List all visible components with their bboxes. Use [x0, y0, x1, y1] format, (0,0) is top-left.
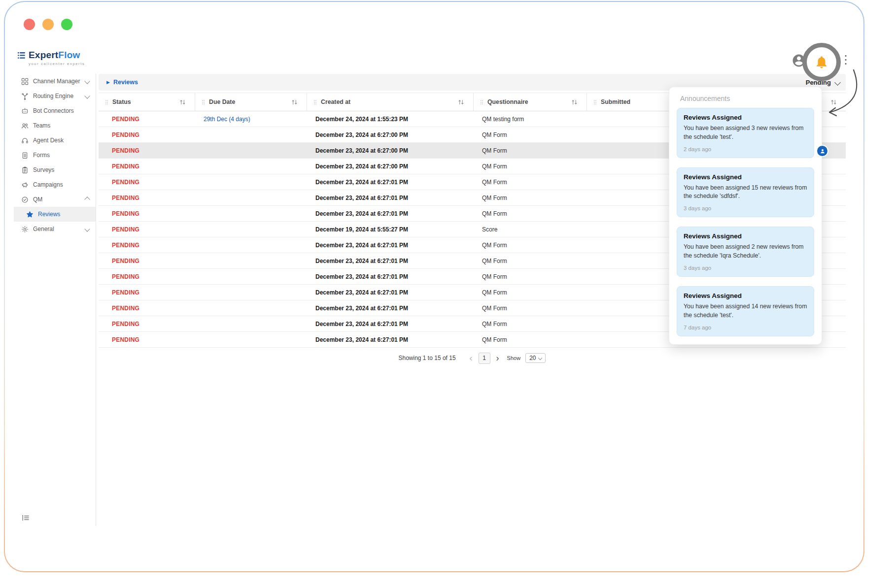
sort-icon[interactable] — [458, 99, 464, 105]
drag-handle-icon[interactable] — [105, 99, 108, 105]
announcement-card[interactable]: Reviews AssignedYou have been assigned 2… — [677, 227, 814, 277]
page-size-select[interactable]: 20 — [525, 353, 546, 363]
sidebar-item-general[interactable]: General — [14, 222, 96, 236]
page-size-value: 20 — [529, 355, 536, 361]
sidebar-item-forms[interactable]: Forms — [14, 148, 96, 163]
created-at-value: December 23, 2024 at 6:27:01 PM — [315, 305, 408, 312]
created-at-value: December 23, 2024 at 6:27:01 PM — [315, 179, 408, 186]
questionnaire-value: QM Form — [482, 273, 507, 280]
notifications-bell-button[interactable] — [813, 54, 830, 70]
status-badge: PENDING — [112, 321, 139, 327]
column-label: Created at — [321, 98, 350, 105]
announcement-time: 3 days ago — [684, 265, 807, 271]
status-badge: PENDING — [112, 242, 139, 249]
chevron-down-icon — [834, 79, 841, 86]
window-controls — [24, 19, 72, 30]
sort-icon[interactable] — [830, 99, 837, 105]
clipboard-icon — [21, 166, 29, 174]
drag-handle-icon[interactable] — [480, 99, 483, 105]
column-header-status[interactable]: Status — [99, 93, 195, 111]
sort-icon[interactable] — [571, 99, 578, 105]
drag-handle-icon[interactable] — [202, 99, 205, 105]
row-avatar-badge[interactable] — [817, 146, 827, 156]
sidebar-item-qm[interactable]: QM — [14, 192, 96, 207]
created-at-value: December 23, 2024 at 6:27:00 PM — [315, 147, 408, 154]
sidebar-item-label: Routing Engine — [33, 93, 73, 99]
sidebar-collapse-icon[interactable] — [22, 514, 30, 523]
questionnaire-value: QM Form — [482, 179, 507, 186]
column-label: Submitted — [601, 98, 630, 105]
announcement-card[interactable]: Reviews AssignedYou have been assigned 3… — [677, 108, 814, 158]
sort-icon[interactable] — [179, 99, 186, 105]
status-badge: PENDING — [112, 305, 139, 312]
questionnaire-value: QM Form — [482, 242, 507, 249]
sidebar-item-label: Reviews — [38, 211, 60, 218]
announcement-title: Reviews Assigned — [684, 292, 807, 299]
sidebar-nav: Channel ManagerRouting EngineBot Connect… — [14, 74, 96, 236]
status-badge: PENDING — [112, 210, 139, 217]
maximize-button[interactable] — [61, 19, 72, 30]
current-page-button[interactable]: 1 — [479, 353, 490, 364]
sidebar-item-bot-connectors[interactable]: Bot Connectors — [14, 103, 96, 118]
sidebar-item-channel-manager[interactable]: Channel Manager — [14, 74, 96, 89]
column-header-due-date[interactable]: Due Date — [195, 93, 307, 111]
drag-handle-icon[interactable] — [313, 99, 317, 105]
prev-page-button[interactable]: ‹ — [469, 353, 474, 363]
pagination: Showing 1 to 15 of 15 ‹ 1 › Show 20 — [99, 351, 846, 365]
due-date-link[interactable]: 29th Dec (4 days) — [204, 116, 250, 123]
sidebar-item-label: Surveys — [33, 166, 54, 173]
created-at-value: December 23, 2024 at 6:27:01 PM — [315, 195, 408, 201]
sidebar-item-campaigns[interactable]: Campaigns — [14, 177, 96, 192]
announcement-body: You have been assigned 15 new reviews fr… — [684, 184, 807, 201]
sidebar-item-reviews[interactable]: Reviews — [14, 207, 96, 222]
status-badge: PENDING — [112, 273, 139, 280]
created-at-value: December 23, 2024 at 6:27:01 PM — [315, 336, 408, 343]
questionnaire-value: QM Form — [482, 305, 507, 312]
announcement-body: You have been assigned 3 new reviews fro… — [684, 124, 807, 142]
sidebar-item-agent-desk[interactable]: Agent Desk — [14, 133, 96, 148]
desk-icon — [21, 137, 29, 144]
browser-window-frame: ExpertFlow your callcenter experts ⋮ Cha… — [4, 1, 864, 572]
sidebar-item-routing-engine[interactable]: Routing Engine — [14, 89, 96, 103]
screen: ExpertFlow your callcenter experts ⋮ Cha… — [0, 0, 895, 588]
status-badge: PENDING — [112, 116, 139, 123]
chevron-down-icon — [84, 226, 90, 231]
sidebar-item-teams[interactable]: Teams — [14, 118, 96, 133]
users-icon — [21, 122, 29, 130]
status-badge: PENDING — [112, 131, 139, 138]
questionnaire-value: QM Form — [482, 147, 507, 154]
created-at-value: December 23, 2024 at 6:27:01 PM — [315, 273, 408, 280]
chevron-up-icon — [84, 196, 90, 202]
bell-icon — [814, 55, 829, 69]
status-badge: PENDING — [112, 289, 139, 296]
sort-icon[interactable] — [291, 99, 298, 105]
next-page-button[interactable]: › — [495, 353, 500, 363]
chevron-down-icon — [84, 93, 90, 98]
breadcrumb[interactable]: ▶ Reviews — [106, 74, 138, 91]
sidebar-item-surveys[interactable]: Surveys — [14, 163, 96, 177]
show-label: Show — [507, 355, 521, 361]
column-header-created-at[interactable]: Created at — [307, 93, 473, 111]
announcement-list: Reviews AssignedYou have been assigned 3… — [669, 108, 822, 336]
questionnaire-value: QM testing form — [482, 116, 524, 123]
close-button[interactable] — [24, 19, 35, 30]
announcement-body: You have been assigned 14 new reviews fr… — [684, 302, 807, 320]
announcement-title: Reviews Assigned — [684, 232, 807, 240]
minimize-button[interactable] — [42, 19, 54, 30]
created-at-value: December 24, 2024 at 1:55:23 PM — [315, 116, 408, 123]
announcement-card[interactable]: Reviews AssignedYou have been assigned 1… — [677, 167, 814, 218]
megaphone-icon — [21, 181, 29, 189]
brand-name: ExpertFlow — [29, 50, 80, 60]
check-circle-icon — [21, 196, 29, 203]
drag-handle-icon[interactable] — [593, 99, 597, 105]
person-icon — [820, 148, 826, 154]
pagination-summary: Showing 1 to 15 of 15 — [399, 355, 456, 361]
chevron-down-icon — [538, 356, 542, 360]
column-header-questionnaire[interactable]: Questionnaire — [473, 93, 586, 111]
sidebar-item-label: Agent Desk — [33, 137, 64, 144]
announcements-panel: Announcements Reviews AssignedYou have b… — [669, 87, 822, 345]
kebab-menu-icon[interactable]: ⋮ — [840, 52, 852, 67]
announcement-card[interactable]: Reviews AssignedYou have been assigned 1… — [677, 286, 814, 336]
questionnaire-value: QM Form — [482, 131, 507, 138]
status-badge: PENDING — [112, 163, 139, 170]
